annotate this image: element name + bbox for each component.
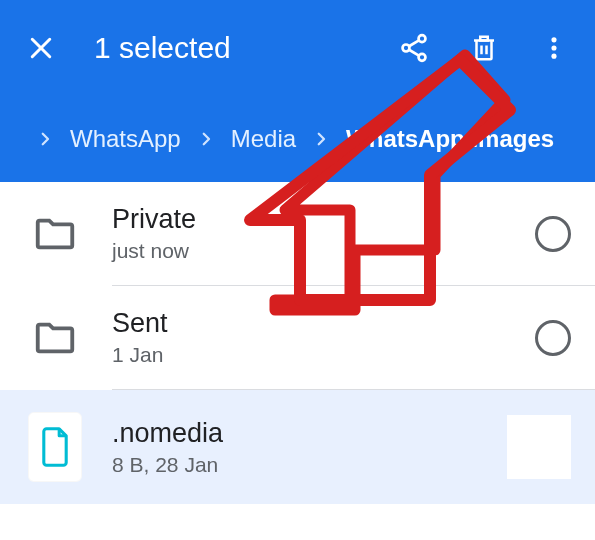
item-subtitle: 1 Jan [112, 343, 535, 367]
file-list: Private just now Sent 1 Jan [0, 182, 595, 504]
list-item-labels: .nomedia 8 B, 28 Jan [112, 418, 507, 477]
more-vert-icon [540, 34, 568, 62]
appbar-actions-row: 1 selected [0, 0, 595, 96]
svg-point-3 [403, 45, 410, 52]
selection-indicator [507, 415, 571, 479]
close-icon [26, 33, 56, 63]
list-item-labels: Private just now [112, 204, 535, 263]
delete-button[interactable] [459, 23, 509, 73]
trash-icon [469, 33, 499, 63]
list-item[interactable]: Private just now [0, 182, 595, 285]
more-options-button[interactable] [529, 23, 579, 73]
item-subtitle: 8 B, 28 Jan [112, 453, 507, 477]
item-subtitle: just now [112, 239, 535, 263]
list-item[interactable]: Sent 1 Jan [0, 286, 595, 389]
breadcrumb-item[interactable]: WhatsApp [70, 125, 181, 153]
svg-point-4 [419, 54, 426, 61]
breadcrumb-item-current[interactable]: WhatsApp Images [346, 125, 554, 153]
selection-radio[interactable] [535, 216, 571, 252]
screen: 1 selected [0, 0, 595, 540]
selection-count-title: 1 selected [94, 31, 389, 65]
chevron-right-icon [36, 130, 54, 148]
list-item-labels: Sent 1 Jan [112, 308, 535, 367]
chevron-right-icon [312, 130, 330, 148]
svg-point-11 [551, 54, 556, 59]
item-name: Sent [112, 308, 535, 339]
file-thumbnail [28, 412, 82, 482]
share-button[interactable] [389, 23, 439, 73]
close-selection-button[interactable] [16, 23, 66, 73]
svg-line-5 [409, 40, 419, 46]
breadcrumb: WhatsApp Media WhatsApp Images [0, 96, 595, 182]
folder-outline-icon [28, 211, 82, 257]
breadcrumb-item[interactable]: Media [231, 125, 296, 153]
folder-outline-icon [28, 315, 82, 361]
share-icon [398, 32, 430, 64]
selection-appbar: 1 selected [0, 0, 595, 182]
file-outline-icon [38, 426, 72, 468]
item-name: Private [112, 204, 535, 235]
svg-point-10 [551, 45, 556, 50]
svg-point-2 [419, 35, 426, 42]
svg-point-9 [551, 37, 556, 42]
chevron-right-icon [197, 130, 215, 148]
selection-radio[interactable] [535, 320, 571, 356]
item-name: .nomedia [112, 418, 507, 449]
list-item-selected[interactable]: .nomedia 8 B, 28 Jan [0, 390, 595, 504]
svg-line-6 [409, 50, 419, 56]
